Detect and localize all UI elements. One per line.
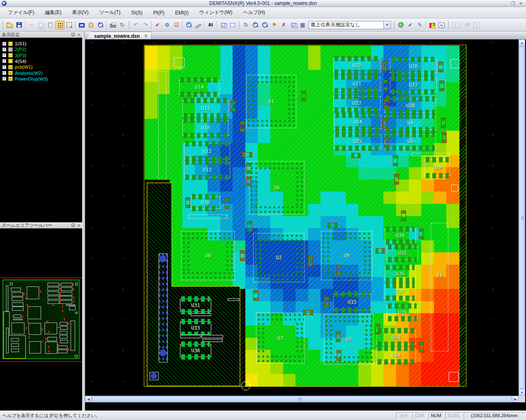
pin-icon[interactable] xyxy=(71,224,75,227)
zoom-dynamic-button[interactable]: + xyxy=(96,21,105,30)
undo-button[interactable]: ↶ xyxy=(131,21,141,30)
print-button[interactable] xyxy=(108,21,118,30)
tree-item-2p2[interactable]: +2(P2) xyxy=(2,46,26,52)
menu-item-5[interactable]: PI(P) xyxy=(148,8,170,17)
wave-report-button[interactable]: ∿ xyxy=(472,21,482,30)
rule-verify-button[interactable]: ☑ xyxy=(172,21,181,30)
expand-icon[interactable]: + xyxy=(2,48,6,51)
top-layer-display-combo[interactable]: 最上位表示層設定なし▼ xyxy=(309,21,391,29)
copy-window-button[interactable] xyxy=(218,21,228,30)
scroll-right-button[interactable]: ▶ xyxy=(512,396,519,402)
open-button[interactable] xyxy=(5,21,14,30)
component-label: U36 xyxy=(180,348,211,353)
scroll-left-button[interactable]: ◀ xyxy=(85,396,92,402)
design-canvas[interactable]: U14U11U10U12U13U30U22U21U23U24U25U26U27U… xyxy=(85,39,519,396)
expand-icon[interactable]: + xyxy=(2,65,6,69)
si-analysis-button[interactable]: ✔ xyxy=(406,21,415,30)
vertical-scrollbar[interactable]: ▲▼ xyxy=(519,39,525,396)
zoom-in-button[interactable]: + xyxy=(251,21,260,30)
pan-button[interactable] xyxy=(86,21,96,30)
measure-button[interactable] xyxy=(194,21,203,30)
pi-analysis-button[interactable]: ✎ xyxy=(415,21,424,30)
expand-icon[interactable]: + xyxy=(2,77,6,81)
pin-icon[interactable] xyxy=(71,33,75,37)
menu-item-0[interactable]: ファイル(F) xyxy=(2,7,39,18)
layer-icon[interactable] xyxy=(8,76,13,81)
tree-item-label: 4(S4) xyxy=(15,59,26,64)
menu-item-4[interactable]: SI(S) xyxy=(126,8,148,17)
component-label: U10 xyxy=(183,125,228,131)
panel-close-icon[interactable]: ✕ xyxy=(77,32,81,37)
tree-item-pcbw1[interactable]: +pcb(W1) xyxy=(2,64,32,70)
menu-item-7[interactable]: ウィンドウ(W) xyxy=(194,7,238,18)
pi-mode-button[interactable]: PI xyxy=(463,21,472,30)
paste-button[interactable] xyxy=(46,21,55,30)
horizontal-scrollbar[interactable]: ◀▶ xyxy=(85,396,519,402)
panel-splitter[interactable] xyxy=(82,32,85,411)
layer-icon[interactable] xyxy=(8,42,13,46)
scroll-down-button[interactable]: ▼ xyxy=(519,389,525,396)
layer-icon[interactable] xyxy=(8,53,13,58)
combo-dropdown-icon[interactable]: ▼ xyxy=(383,21,390,29)
expand-icon[interactable]: + xyxy=(2,71,6,75)
menu-item-8[interactable]: ヘルプ(H) xyxy=(238,7,270,18)
toolbar-grip[interactable] xyxy=(393,21,395,29)
vertical-scroll-thumb[interactable] xyxy=(519,46,525,389)
tree-item-3p3[interactable]: +3(P3) xyxy=(2,53,26,58)
new-window-button[interactable] xyxy=(228,21,237,30)
layer-icon[interactable] xyxy=(8,65,13,69)
tab-sample-nowire[interactable]: sample_nowire.dsn ✕ xyxy=(86,32,152,39)
toolbar-grip[interactable] xyxy=(2,21,4,29)
emi-analysis-button[interactable] xyxy=(396,21,406,30)
wave-tool-button[interactable]: ∿ xyxy=(450,21,460,30)
net-check-icon: ✔ xyxy=(155,22,160,28)
tree-item-powerdispw3[interactable]: +PowerDisp(W3) xyxy=(2,76,48,82)
layer-icon[interactable] xyxy=(8,59,13,63)
restore-button[interactable]: ❐ xyxy=(511,1,515,6)
toolbar-grip[interactable] xyxy=(448,21,449,29)
tree-item-4s4[interactable]: +4(S4) xyxy=(2,58,26,64)
grid-toggle-button[interactable] xyxy=(55,21,65,30)
redraw-button[interactable]: ↻ xyxy=(241,21,251,30)
toolbar-grip[interactable] xyxy=(238,21,240,29)
component-label: U9 xyxy=(321,253,372,258)
waveform-view-button[interactable]: ∿ xyxy=(437,21,446,30)
rule-setup-button[interactable]: ⚙ xyxy=(162,21,172,30)
close-button[interactable]: ✕ xyxy=(519,1,523,6)
cut-button[interactable]: ✂ xyxy=(27,21,36,30)
horizontal-scroll-thumb[interactable] xyxy=(92,396,512,402)
display-settings-button[interactable] xyxy=(77,21,86,30)
expand-icon[interactable]: + xyxy=(2,59,6,63)
zoom-cancel-button[interactable]: ✗ xyxy=(279,21,288,30)
minimize-button[interactable]: _ xyxy=(504,1,507,6)
scroll-up-button[interactable]: ▲ xyxy=(519,39,525,46)
layer-table-button[interactable]: ▦ xyxy=(298,21,307,30)
zoom-out-button[interactable]: − xyxy=(260,21,270,30)
copy-button[interactable] xyxy=(36,21,46,30)
toolbar-grip[interactable] xyxy=(128,21,130,29)
net-check-button[interactable]: ✔ xyxy=(153,21,162,30)
panel-close-icon[interactable]: ✕ xyxy=(77,223,81,228)
thermal-map-button[interactable] xyxy=(427,21,437,30)
snap-select-button[interactable] xyxy=(65,21,74,30)
zoom-previous-button[interactable]: ⚑ xyxy=(270,21,279,30)
menu-item-3[interactable]: ツール(T) xyxy=(94,7,126,18)
zoom-window-button[interactable] xyxy=(288,21,298,30)
redo-button[interactable]: ↷ xyxy=(141,21,150,30)
tree-item-analysisw2[interactable]: +Analysis(W2) xyxy=(2,70,43,76)
reload-button[interactable]: ↻ xyxy=(118,21,127,30)
menu-item-1[interactable]: 編集(E) xyxy=(39,7,67,18)
board-overview-minimap[interactable] xyxy=(0,276,82,363)
layer-icon[interactable] xyxy=(8,71,13,75)
tree-item-1s1[interactable]: +1(S1) xyxy=(2,41,26,46)
expand-icon[interactable]: + xyxy=(2,42,6,46)
zoom-help-button[interactable]: ? xyxy=(184,21,194,30)
component-label: J3 xyxy=(431,272,448,278)
layer-icon[interactable] xyxy=(8,47,13,52)
menu-item-2[interactable]: 表示(V) xyxy=(67,7,94,18)
menu-item-6[interactable]: EMI(I) xyxy=(170,8,194,17)
save-button[interactable] xyxy=(14,21,24,30)
expand-icon[interactable]: + xyxy=(2,53,6,57)
text-annotate-button[interactable]: AI xyxy=(206,21,215,30)
tab-close-icon[interactable]: ✕ xyxy=(144,33,148,39)
